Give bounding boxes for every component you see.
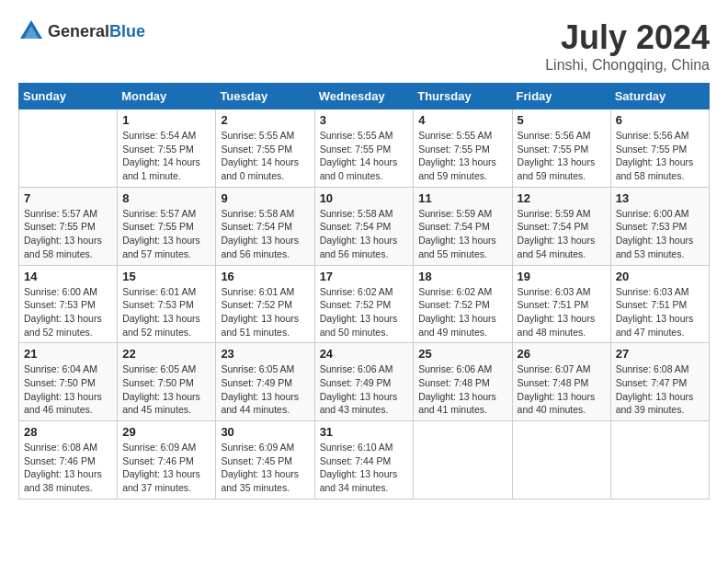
- calendar-cell: [19, 109, 118, 188]
- calendar-week-row: 21Sunrise: 6:04 AM Sunset: 7:50 PM Dayli…: [19, 343, 710, 421]
- day-info: Sunrise: 5:57 AM Sunset: 7:55 PM Dayligh…: [122, 207, 210, 261]
- day-info: Sunrise: 5:54 AM Sunset: 7:55 PM Dayligh…: [122, 129, 210, 183]
- day-number: 10: [320, 191, 409, 205]
- calendar-week-row: 1Sunrise: 5:54 AM Sunset: 7:55 PM Daylig…: [19, 109, 710, 188]
- calendar-cell: 31Sunrise: 6:10 AM Sunset: 7:44 PM Dayli…: [314, 421, 414, 500]
- day-number: 8: [122, 191, 210, 205]
- day-info: Sunrise: 6:08 AM Sunset: 7:47 PM Dayligh…: [616, 362, 704, 417]
- calendar-week-row: 14Sunrise: 6:00 AM Sunset: 7:53 PM Dayli…: [19, 265, 710, 343]
- day-info: Sunrise: 5:55 AM Sunset: 7:55 PM Dayligh…: [221, 129, 309, 183]
- day-number: 11: [418, 191, 506, 205]
- day-number: 13: [616, 191, 704, 205]
- day-number: 4: [418, 113, 506, 127]
- calendar-cell: 9Sunrise: 5:58 AM Sunset: 7:54 PM Daylig…: [216, 187, 314, 265]
- day-info: Sunrise: 6:03 AM Sunset: 7:51 PM Dayligh…: [518, 285, 606, 339]
- day-info: Sunrise: 6:03 AM Sunset: 7:51 PM Dayligh…: [616, 285, 704, 339]
- day-number: 28: [24, 425, 112, 439]
- logo: GeneralBlue: [18, 18, 145, 44]
- logo-text: GeneralBlue: [48, 22, 145, 41]
- calendar-cell: 16Sunrise: 6:01 AM Sunset: 7:52 PM Dayli…: [216, 265, 314, 343]
- month-year: July 2024: [545, 18, 710, 57]
- day-info: Sunrise: 6:06 AM Sunset: 7:48 PM Dayligh…: [418, 362, 506, 417]
- calendar-cell: 12Sunrise: 5:59 AM Sunset: 7:54 PM Dayli…: [512, 187, 610, 265]
- day-info: Sunrise: 6:05 AM Sunset: 7:49 PM Dayligh…: [221, 362, 309, 417]
- day-info: Sunrise: 6:00 AM Sunset: 7:53 PM Dayligh…: [24, 285, 112, 339]
- day-info: Sunrise: 6:01 AM Sunset: 7:53 PM Dayligh…: [122, 285, 210, 339]
- header-monday: Monday: [118, 84, 216, 109]
- header-sunday: Sunday: [19, 84, 118, 109]
- day-number: 12: [518, 191, 606, 205]
- calendar-cell: [414, 421, 512, 500]
- day-number: 24: [320, 347, 409, 361]
- calendar-cell: 20Sunrise: 6:03 AM Sunset: 7:51 PM Dayli…: [610, 265, 709, 343]
- day-number: 30: [221, 425, 309, 439]
- day-info: Sunrise: 5:59 AM Sunset: 7:54 PM Dayligh…: [518, 207, 606, 261]
- day-info: Sunrise: 6:06 AM Sunset: 7:49 PM Dayligh…: [320, 362, 409, 417]
- day-info: Sunrise: 6:07 AM Sunset: 7:48 PM Dayligh…: [518, 362, 606, 417]
- calendar-cell: 19Sunrise: 6:03 AM Sunset: 7:51 PM Dayli…: [512, 265, 610, 343]
- calendar-cell: 1Sunrise: 5:54 AM Sunset: 7:55 PM Daylig…: [118, 109, 216, 188]
- calendar-cell: 4Sunrise: 5:55 AM Sunset: 7:55 PM Daylig…: [414, 109, 512, 188]
- day-info: Sunrise: 5:56 AM Sunset: 7:55 PM Dayligh…: [616, 129, 704, 183]
- day-number: 7: [24, 191, 112, 205]
- day-number: 31: [320, 425, 409, 439]
- day-info: Sunrise: 6:02 AM Sunset: 7:52 PM Dayligh…: [418, 285, 506, 339]
- calendar-cell: 30Sunrise: 6:09 AM Sunset: 7:45 PM Dayli…: [216, 421, 314, 500]
- day-number: 27: [616, 347, 704, 361]
- day-info: Sunrise: 6:09 AM Sunset: 7:45 PM Dayligh…: [221, 441, 309, 495]
- day-number: 21: [24, 347, 112, 361]
- day-info: Sunrise: 5:58 AM Sunset: 7:54 PM Dayligh…: [320, 207, 409, 261]
- day-info: Sunrise: 6:05 AM Sunset: 7:50 PM Dayligh…: [122, 362, 210, 417]
- day-number: 14: [24, 270, 112, 283]
- calendar-cell: 2Sunrise: 5:55 AM Sunset: 7:55 PM Daylig…: [216, 109, 314, 188]
- day-number: 15: [122, 270, 210, 283]
- day-number: 3: [320, 113, 409, 127]
- day-info: Sunrise: 5:58 AM Sunset: 7:54 PM Dayligh…: [221, 207, 309, 261]
- day-info: Sunrise: 5:55 AM Sunset: 7:55 PM Dayligh…: [418, 129, 506, 183]
- page-header: GeneralBlue July 2024 Linshi, Chongqing,…: [18, 18, 710, 74]
- day-number: 17: [320, 270, 409, 283]
- day-info: Sunrise: 5:55 AM Sunset: 7:55 PM Dayligh…: [320, 129, 409, 183]
- calendar-cell: 26Sunrise: 6:07 AM Sunset: 7:48 PM Dayli…: [512, 343, 610, 421]
- header-wednesday: Wednesday: [314, 84, 414, 109]
- calendar-cell: 6Sunrise: 5:56 AM Sunset: 7:55 PM Daylig…: [610, 109, 709, 188]
- calendar-cell: 13Sunrise: 6:00 AM Sunset: 7:53 PM Dayli…: [610, 187, 709, 265]
- day-number: 23: [221, 347, 309, 361]
- day-info: Sunrise: 5:59 AM Sunset: 7:54 PM Dayligh…: [418, 207, 506, 261]
- calendar-cell: 3Sunrise: 5:55 AM Sunset: 7:55 PM Daylig…: [314, 109, 414, 188]
- day-number: 6: [616, 113, 704, 127]
- day-number: 25: [418, 347, 506, 361]
- calendar-cell: 18Sunrise: 6:02 AM Sunset: 7:52 PM Dayli…: [414, 265, 512, 343]
- calendar-week-row: 28Sunrise: 6:08 AM Sunset: 7:46 PM Dayli…: [19, 421, 710, 500]
- day-number: 18: [418, 270, 506, 283]
- calendar-cell: 8Sunrise: 5:57 AM Sunset: 7:55 PM Daylig…: [118, 187, 216, 265]
- calendar-cell: 14Sunrise: 6:00 AM Sunset: 7:53 PM Dayli…: [19, 265, 118, 343]
- header-friday: Friday: [512, 84, 610, 109]
- day-info: Sunrise: 6:01 AM Sunset: 7:52 PM Dayligh…: [221, 285, 309, 339]
- calendar-cell: 29Sunrise: 6:09 AM Sunset: 7:46 PM Dayli…: [118, 421, 216, 500]
- calendar-cell: 28Sunrise: 6:08 AM Sunset: 7:46 PM Dayli…: [19, 421, 118, 500]
- day-number: 5: [518, 113, 606, 127]
- day-info: Sunrise: 6:10 AM Sunset: 7:44 PM Dayligh…: [320, 441, 409, 495]
- day-number: 16: [221, 270, 309, 283]
- title-block: July 2024 Linshi, Chongqing, China: [545, 18, 710, 74]
- calendar-cell: 23Sunrise: 6:05 AM Sunset: 7:49 PM Dayli…: [216, 343, 314, 421]
- calendar-header-row: SundayMondayTuesdayWednesdayThursdayFrid…: [19, 84, 710, 109]
- calendar-cell: 24Sunrise: 6:06 AM Sunset: 7:49 PM Dayli…: [314, 343, 414, 421]
- day-info: Sunrise: 5:57 AM Sunset: 7:55 PM Dayligh…: [24, 207, 112, 261]
- day-info: Sunrise: 6:00 AM Sunset: 7:53 PM Dayligh…: [616, 207, 704, 261]
- calendar-cell: [512, 421, 610, 500]
- day-info: Sunrise: 5:56 AM Sunset: 7:55 PM Dayligh…: [518, 129, 606, 183]
- logo-general: General: [48, 22, 109, 40]
- calendar-cell: 25Sunrise: 6:06 AM Sunset: 7:48 PM Dayli…: [414, 343, 512, 421]
- day-number: 29: [122, 425, 210, 439]
- calendar-cell: 15Sunrise: 6:01 AM Sunset: 7:53 PM Dayli…: [118, 265, 216, 343]
- calendar-cell: 17Sunrise: 6:02 AM Sunset: 7:52 PM Dayli…: [314, 265, 414, 343]
- calendar-table: SundayMondayTuesdayWednesdayThursdayFrid…: [18, 83, 710, 500]
- calendar-cell: [610, 421, 709, 500]
- calendar-cell: 7Sunrise: 5:57 AM Sunset: 7:55 PM Daylig…: [19, 187, 118, 265]
- calendar-cell: 11Sunrise: 5:59 AM Sunset: 7:54 PM Dayli…: [414, 187, 512, 265]
- calendar-cell: 21Sunrise: 6:04 AM Sunset: 7:50 PM Dayli…: [19, 343, 118, 421]
- day-info: Sunrise: 6:02 AM Sunset: 7:52 PM Dayligh…: [320, 285, 409, 339]
- calendar-week-row: 7Sunrise: 5:57 AM Sunset: 7:55 PM Daylig…: [19, 187, 710, 265]
